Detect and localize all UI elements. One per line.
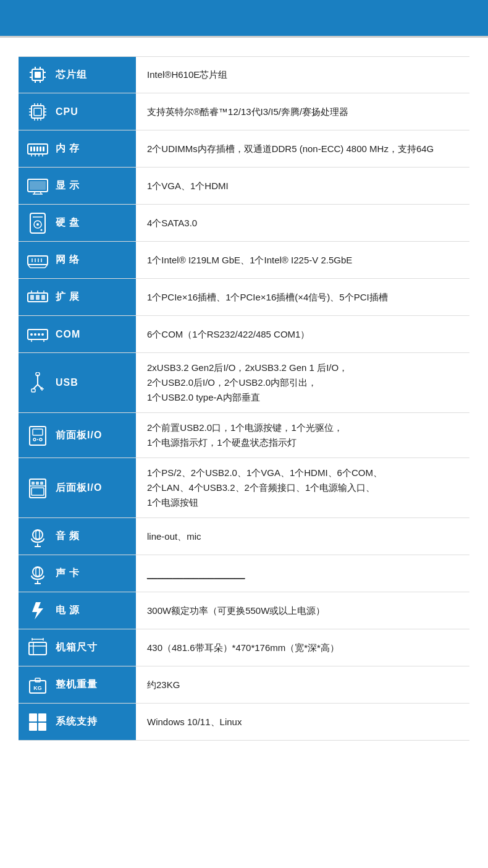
- spec-value-expansion: 1个PCIe×16插槽、1个PCIe×16插槽(×4信号)、5个PCI插槽: [136, 279, 469, 315]
- spec-label-text-power: 电 源: [56, 604, 80, 617]
- spec-row-harddisk: 硬 盘 4个SATA3.0: [19, 205, 469, 242]
- svg-point-62: [38, 333, 40, 336]
- com-icon: [26, 323, 49, 346]
- spec-label-harddisk: 硬 盘: [19, 205, 136, 241]
- svg-rect-74: [33, 429, 43, 435]
- svg-rect-82: [40, 482, 43, 485]
- network-icon: [26, 249, 49, 272]
- spec-label-text-com: COM: [56, 329, 80, 340]
- spec-value-power: 300W额定功率（可更换550W或以上电源）: [136, 592, 469, 629]
- spec-value-display: 1个VGA、1个HDMI: [136, 168, 469, 204]
- svg-rect-89: [36, 568, 40, 576]
- spec-value-cpu: 支持英特尔®酷睿™12/13代I3/I5/奔腾/赛扬处理器: [136, 93, 469, 130]
- spec-table: 芯片组Intel®H610E芯片组 CPU支持英特尔®酷睿™12/13代I3/I…: [0, 56, 488, 759]
- spec-row-chipset: 芯片组Intel®H610E芯片组: [19, 56, 469, 93]
- spec-label-text-os: 系统支持: [56, 715, 98, 728]
- spec-value-com: 6个COM（1个RS232/422/485 COM1）: [136, 316, 469, 352]
- expansion-icon: [26, 286, 49, 309]
- spacer: [0, 38, 488, 56]
- spec-row-com: COM6个COM（1个RS232/422/485 COM1）: [19, 316, 469, 353]
- svg-rect-70: [32, 389, 35, 392]
- svg-rect-38: [30, 181, 46, 190]
- spec-row-weight: KG 整机重量约23KG: [19, 666, 469, 704]
- spec-label-expansion: 扩 展: [19, 279, 136, 315]
- spec-label-weight: KG 整机重量: [19, 666, 136, 703]
- spec-row-memory: 内 存2个UDIMMs内存插槽，双通道DDR5 (non-ECC) 4800 M…: [19, 130, 469, 168]
- display-icon: [26, 174, 49, 198]
- spec-value-front-io: 2个前置USB2.0口，1个电源按键，1个光驱位，1个电源指示灯，1个硬盘状态指…: [136, 413, 469, 457]
- spec-row-usb: USB2xUSB3.2 Gen2后I/O，2xUSB3.2 Gen 1 后I/O…: [19, 353, 469, 413]
- spec-label-text-display: 显 示: [56, 179, 80, 192]
- spec-row-cpu: CPU支持英特尔®酷睿™12/13代I3/I5/奔腾/赛扬处理器: [19, 93, 469, 130]
- rear-io-icon: [26, 476, 49, 500]
- spec-value-memory: 2个UDIMMs内存插槽，双通道DDR5 (non-ECC) 4800 MHz，…: [136, 130, 469, 167]
- memory-icon: [26, 137, 49, 161]
- svg-rect-105: [38, 723, 46, 731]
- spec-label-text-audio: 音 频: [56, 530, 80, 543]
- svg-rect-27: [36, 147, 38, 151]
- spec-label-display: 显 示: [19, 168, 136, 204]
- svg-point-63: [41, 333, 44, 336]
- svg-rect-80: [32, 482, 35, 485]
- cpu-icon: [26, 100, 49, 124]
- svg-rect-83: [32, 488, 44, 495]
- spec-label-text-sound-card: 声 卡: [56, 567, 80, 580]
- svg-rect-103: [38, 713, 46, 721]
- spec-label-power: 电 源: [19, 592, 136, 629]
- spec-value-rear-io: 1个PS/2、2个USB2.0、1个VGA、1个HDMI、6个COM、2个LAN…: [136, 458, 469, 517]
- spec-label-case-size: 机箱尺寸: [19, 629, 136, 666]
- svg-rect-104: [29, 723, 37, 731]
- svg-point-43: [41, 229, 43, 231]
- svg-point-75: [33, 438, 36, 441]
- spec-row-case-size: 机箱尺寸430（481.6带耳朵）*470*176mm（宽*深*高）: [19, 629, 469, 666]
- svg-point-88: [33, 567, 43, 577]
- svg-line-68: [38, 385, 42, 389]
- svg-rect-28: [40, 147, 41, 151]
- usb-icon: [26, 371, 49, 394]
- weight-icon: KG: [26, 673, 49, 697]
- svg-point-41: [36, 223, 39, 226]
- spec-label-text-expansion: 扩 展: [56, 291, 80, 304]
- svg-rect-26: [33, 147, 35, 151]
- case-size-icon: [26, 636, 49, 660]
- svg-rect-54: [36, 295, 40, 300]
- spec-label-com: COM: [19, 316, 136, 352]
- spec-label-text-harddisk: 硬 盘: [56, 216, 80, 229]
- spec-label-front-io: 前面板I/O: [19, 413, 136, 457]
- spec-value-weight: 约23KG: [136, 666, 469, 703]
- spec-label-text-cpu: CPU: [56, 106, 78, 117]
- spec-row-front-io: 前面板I/O2个前置USB2.0口，1个电源按键，1个光驱位，1个电源指示灯，1…: [19, 413, 469, 458]
- spec-label-cpu: CPU: [19, 93, 136, 130]
- spec-label-chipset: 芯片组: [19, 57, 136, 93]
- spec-value-audio: line-out、mic: [136, 518, 469, 555]
- svg-rect-44: [28, 256, 48, 265]
- spec-label-sound-card: 声 卡: [19, 555, 136, 592]
- spec-row-expansion: 扩 展1个PCIe×16插槽、1个PCIe×16插槽(×4信号)、5个PCI插槽: [19, 279, 469, 316]
- svg-rect-29: [43, 147, 44, 151]
- spec-row-sound-card: 声 卡___________________: [19, 555, 469, 592]
- spec-label-text-weight: 整机重量: [56, 678, 98, 691]
- svg-rect-81: [36, 482, 39, 485]
- spec-label-text-memory: 内 存: [56, 142, 80, 155]
- spec-value-harddisk: 4个SATA3.0: [136, 205, 469, 241]
- svg-rect-93: [29, 642, 46, 655]
- spec-label-text-usb: USB: [56, 377, 78, 388]
- svg-marker-92: [32, 602, 43, 619]
- svg-point-61: [34, 333, 36, 336]
- spec-value-usb: 2xUSB3.2 Gen2后I/O，2xUSB3.2 Gen 1 后I/O，2个…: [136, 353, 469, 412]
- spec-label-text-case-size: 机箱尺寸: [56, 641, 98, 654]
- front-io-icon: [26, 423, 49, 447]
- harddisk-icon: [26, 211, 49, 235]
- svg-rect-102: [29, 713, 37, 721]
- spec-label-rear-io: 后面板I/O: [19, 458, 136, 517]
- spec-row-network: 网 络1个Intel® I219LM GbE、1个Intel® I225-V 2…: [19, 242, 469, 279]
- spec-value-os: Windows 10/11、Linux: [136, 704, 469, 740]
- spec-row-display: 显 示1个VGA、1个HDMI: [19, 168, 469, 205]
- spec-label-text-network: 网 络: [56, 253, 80, 266]
- os-icon: [26, 710, 49, 734]
- svg-text:KG: KG: [33, 685, 42, 691]
- svg-rect-53: [30, 295, 34, 300]
- spec-row-power: 电 源300W额定功率（可更换550W或以上电源）: [19, 592, 469, 629]
- spec-value-network: 1个Intel® I219LM GbE、1个Intel® I225-V 2.5G…: [136, 242, 469, 278]
- svg-rect-25: [30, 147, 32, 151]
